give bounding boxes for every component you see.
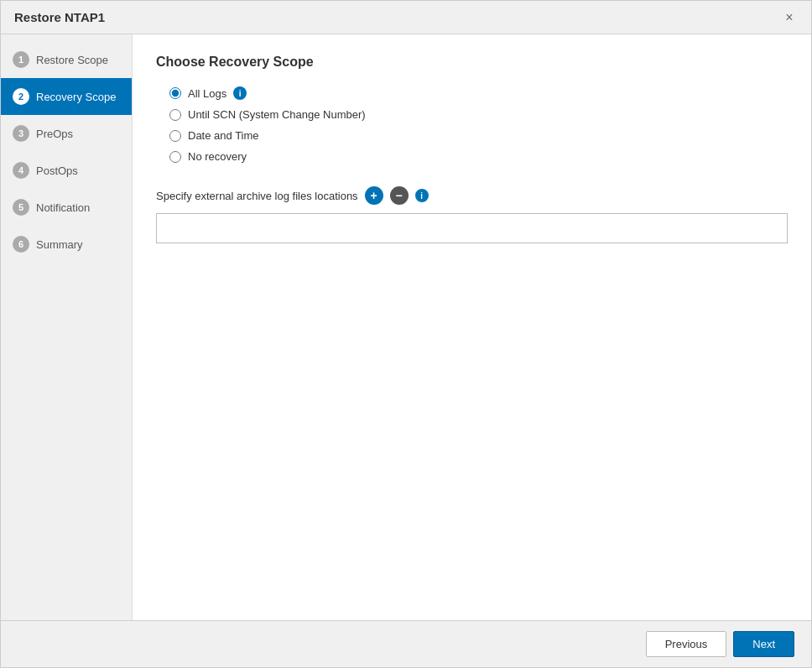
dialog-titlebar: Restore NTAP1 × [1,1,811,34]
radio-until-scn-input[interactable] [169,109,181,121]
sidebar-label-5: Notification [36,201,90,214]
sidebar-label-2: Recovery Scope [36,91,116,103]
archive-log-input[interactable] [156,213,788,243]
next-button[interactable]: Next [733,631,794,657]
radio-until-scn-label: Until SCN (System Change Number) [188,108,366,121]
sidebar-label-6: Summary [36,238,83,251]
archive-label-row: Specify external archive log files locat… [156,186,788,205]
step-num-4: 4 [13,162,29,179]
radio-no-recovery-label: No recovery [188,150,247,163]
radio-date-time[interactable]: Date and Time [169,129,788,142]
radio-no-recovery-input[interactable] [169,151,181,163]
archive-info-icon[interactable]: i [415,189,429,202]
remove-archive-button[interactable]: − [390,186,409,205]
dialog-title: Restore NTAP1 [14,10,105,24]
step-num-1: 1 [13,51,29,68]
radio-all-logs[interactable]: All Logs i [169,86,788,100]
radio-until-scn[interactable]: Until SCN (System Change Number) [169,108,788,121]
all-logs-info-icon[interactable]: i [233,86,247,100]
sidebar: 1 Restore Scope 2 Recovery Scope 3 PreOp… [1,34,133,620]
sidebar-item-recovery-scope[interactable]: 2 Recovery Scope [1,78,132,115]
radio-all-logs-input[interactable] [169,87,181,99]
radio-date-time-label: Date and Time [188,129,259,142]
sidebar-item-restore-scope[interactable]: 1 Restore Scope [1,41,132,78]
sidebar-item-summary[interactable]: 6 Summary [1,226,132,263]
step-num-6: 6 [13,236,29,253]
previous-button[interactable]: Previous [646,631,727,657]
recovery-scope-radio-group: All Logs i Until SCN (System Change Numb… [169,86,788,163]
sidebar-label-1: Restore Scope [36,54,108,66]
sidebar-label-4: PostOps [36,164,78,177]
step-num-2: 2 [13,88,29,105]
dialog-footer: Previous Next [1,620,811,667]
add-archive-button[interactable]: + [365,186,383,205]
archive-section: Specify external archive log files locat… [156,186,788,243]
radio-all-logs-label: All Logs [188,87,226,100]
sidebar-item-notification[interactable]: 5 Notification [1,189,132,226]
dialog-body: 1 Restore Scope 2 Recovery Scope 3 PreOp… [1,34,811,620]
main-content: Choose Recovery Scope All Logs i Until S… [133,34,811,620]
restore-dialog: Restore NTAP1 × 1 Restore Scope 2 Recove… [0,0,812,668]
radio-date-time-input[interactable] [169,130,181,142]
close-button[interactable]: × [781,9,798,26]
section-title: Choose Recovery Scope [156,55,788,70]
sidebar-item-postops[interactable]: 4 PostOps [1,152,132,189]
sidebar-item-preops[interactable]: 3 PreOps [1,115,132,152]
radio-no-recovery[interactable]: No recovery [169,150,788,163]
step-num-3: 3 [13,125,29,142]
sidebar-label-3: PreOps [36,128,73,140]
step-num-5: 5 [13,199,29,216]
archive-label: Specify external archive log files locat… [156,190,358,202]
